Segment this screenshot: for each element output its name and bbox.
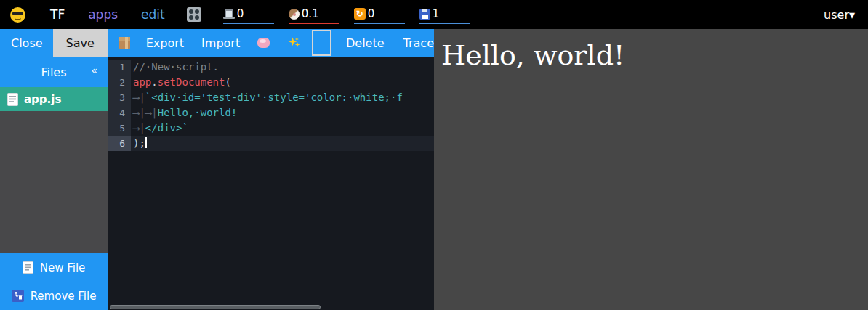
stat-value: 0.1	[302, 7, 319, 20]
file-name: app.js	[24, 93, 61, 106]
remove-file-button[interactable]: Remove File	[0, 282, 108, 310]
smiley-sunglasses-icon[interactable]	[10, 7, 25, 23]
package-icon[interactable]	[119, 37, 130, 49]
code-editor[interactable]: 1//·New·script.2app.setDocument(3⟶|`<div…	[108, 57, 434, 310]
new-file-button[interactable]: New File	[0, 253, 108, 282]
line-number: 3	[108, 90, 131, 105]
save-button[interactable]: Save	[53, 29, 108, 57]
resource-stats: 00.1↻01	[223, 5, 470, 24]
delete-button[interactable]: Delete	[346, 36, 385, 50]
code-lines: 1//·New·script.2app.setDocument(3⟶|`<div…	[108, 60, 434, 151]
floppy-stat-input[interactable]: 1	[419, 5, 470, 24]
render-preview: Hello, world!	[434, 29, 868, 310]
line-number: 6	[108, 136, 131, 151]
line-number: 1	[108, 60, 131, 75]
page-icon	[23, 261, 33, 274]
sidebar-empty-area	[0, 111, 108, 253]
laptop-stat-input[interactable]: 0	[223, 5, 274, 24]
collapse-sidebar-button[interactable]: «	[91, 65, 97, 76]
sparkles-icon[interactable]	[287, 36, 302, 50]
user-menu[interactable]: user▾	[824, 8, 855, 22]
nav-link-edit[interactable]: edit	[141, 7, 165, 22]
laptop-icon	[223, 9, 235, 19]
line-number: 4	[108, 105, 131, 121]
export-button[interactable]: Export	[146, 36, 184, 50]
code-text: ⟶|</div>`	[131, 121, 434, 136]
hamster-icon	[289, 9, 300, 20]
code-text: app.setDocument(	[131, 75, 434, 90]
new-file-label: New File	[40, 261, 86, 274]
stat-value: 0	[237, 7, 244, 20]
refresh-stat-input[interactable]: ↻0	[354, 5, 405, 24]
page-icon	[7, 93, 18, 106]
file-list: app.js	[0, 87, 108, 111]
control-knobs-icon[interactable]	[187, 7, 201, 22]
line-number: 2	[108, 75, 131, 90]
stat-value: 0	[368, 7, 375, 20]
line-number: 5	[108, 121, 131, 136]
files-title: Files	[41, 65, 66, 79]
editor-toolbar: Close Save Export Import Delete Trace	[0, 29, 434, 57]
files-header: Files «	[0, 57, 108, 87]
stat-value: 1	[433, 7, 440, 20]
sidebar-footer: New File Remove File	[0, 253, 108, 310]
remove-file-label: Remove File	[31, 290, 97, 303]
trace-button[interactable]: Trace	[403, 36, 434, 50]
litter-bin-icon	[12, 290, 24, 302]
code-line[interactable]: 2app.setDocument(	[108, 75, 434, 90]
soap-icon[interactable]	[257, 38, 269, 48]
refresh-icon: ↻	[354, 8, 366, 20]
topbar: TF apps edit 00.1↻01 user▾	[0, 0, 868, 29]
file-sidebar: Files « app.js	[0, 57, 108, 310]
preview-text: Hello, world!	[441, 39, 868, 73]
code-text: //·New·script.	[131, 60, 434, 75]
code-line[interactable]: 5⟶|</div>`	[108, 121, 434, 136]
code-line[interactable]: 1//·New·script.	[108, 60, 434, 75]
floppy-icon	[419, 9, 430, 20]
code-text: ⟶|⟶|Hello,·world!	[131, 105, 434, 121]
code-text: );	[131, 136, 434, 151]
import-button[interactable]: Import	[201, 36, 240, 50]
text-cursor	[145, 137, 147, 148]
close-button[interactable]: Close	[11, 36, 43, 50]
brand-link[interactable]: TF	[50, 7, 65, 22]
code-text: ⟶|`<div·id='test-div'·style='color:·whit…	[131, 90, 434, 105]
horizontal-scrollbar-thumb[interactable]	[110, 305, 321, 309]
code-line[interactable]: 6);	[108, 136, 434, 151]
code-line[interactable]: 4⟶|⟶|Hello,·world!	[108, 105, 434, 121]
blank-button[interactable]	[312, 30, 331, 56]
file-item[interactable]: app.js	[0, 87, 108, 111]
nav-link-apps[interactable]: apps	[88, 7, 118, 22]
hamster-stat-input[interactable]: 0.1	[289, 5, 339, 24]
code-line[interactable]: 3⟶|`<div·id='test-div'·style='color:·whi…	[108, 90, 434, 105]
